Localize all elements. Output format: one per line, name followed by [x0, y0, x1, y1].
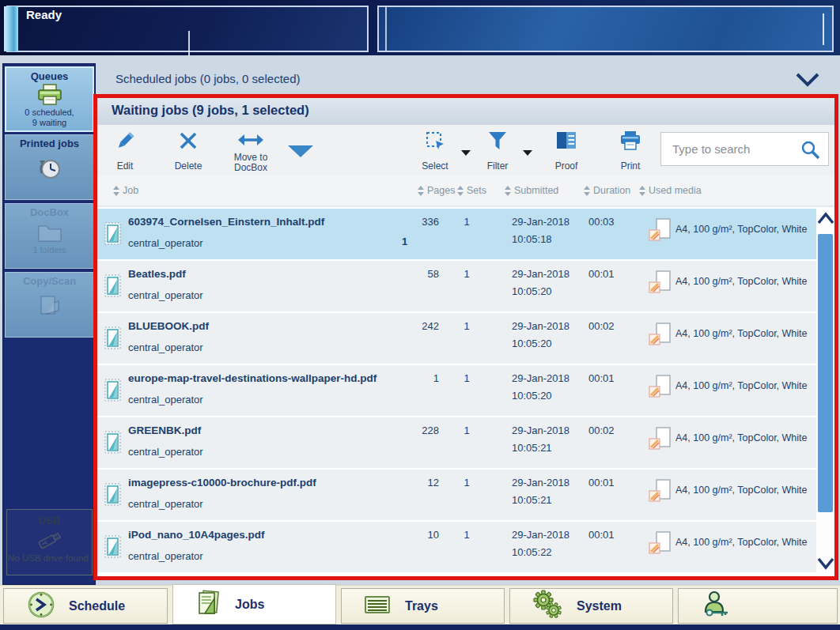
job-media: A4, 100 g/m², TopColor, White — [675, 432, 808, 443]
job-duration: 00:01 — [588, 372, 615, 384]
filter-button[interactable]: Filter — [467, 125, 528, 175]
trays-icon — [364, 594, 392, 619]
job-media: A4, 100 g/m², TopColor, White — [675, 328, 808, 339]
search-icon[interactable] — [800, 140, 820, 164]
job-duration: 00:02 — [588, 320, 615, 332]
queues-label: Queues — [6, 70, 93, 82]
column-header-pages[interactable]: Pages — [418, 185, 455, 196]
job-owner: central_operator — [128, 289, 203, 301]
job-sets: 1 — [457, 216, 476, 228]
job-sets: 1 — [457, 372, 476, 384]
job-row[interactable]: imagepress-c10000-brochure-pdf.pdf centr… — [97, 470, 816, 520]
job-pages: 1 — [388, 372, 439, 384]
sort-icon — [505, 186, 511, 196]
scroll-up-icon[interactable] — [817, 212, 834, 228]
sidebar-item-queues[interactable]: Queues 0 scheduled, 9 waiting — [5, 66, 94, 132]
column-header-used-media[interactable]: Used media — [639, 185, 702, 196]
waiting-jobs-header[interactable]: Waiting jobs (9 jobs, 1 selected) — [97, 98, 834, 125]
filter-dropdown-caret[interactable] — [523, 150, 532, 156]
job-row[interactable]: BLUEBOOK.pdf central_operator 242 1 29-J… — [97, 313, 816, 364]
job-document-icon — [104, 482, 123, 510]
pencil-icon — [114, 130, 136, 154]
job-row[interactable]: iPod_nano_10A4pages.pdf central_operator… — [97, 522, 816, 572]
job-submitted-date: 29-Jan-2018 — [512, 477, 569, 489]
tab-system-label: System — [577, 599, 622, 613]
job-submitted-time: 10:05:21 — [512, 494, 552, 506]
job-submitted-date: 29-Jan-2018 — [512, 216, 569, 228]
tab-schedule[interactable]: Schedule — [3, 588, 168, 624]
job-row[interactable]: Beatles.pdf central_operator 58 1 29-Jan… — [97, 261, 816, 311]
printed-jobs-label: Printed jobs — [6, 138, 93, 149]
job-row[interactable]: europe-map-travel-destinations-wallpaper… — [97, 365, 816, 416]
job-sets: 1 — [457, 477, 476, 489]
tab-login[interactable] — [678, 588, 838, 624]
delete-label: Delete — [158, 160, 218, 172]
edit-label: Edit — [95, 160, 155, 172]
status-panel-right — [377, 6, 834, 52]
job-submitted-date: 29-Jan-2018 — [512, 268, 569, 280]
job-submitted-time: 10:05:20 — [512, 338, 552, 349]
sort-icon — [457, 186, 464, 196]
tab-jobs[interactable]: Jobs — [172, 584, 336, 624]
job-submitted-date: 29-Jan-2018 — [512, 424, 569, 436]
job-sets: 1 — [457, 529, 476, 541]
proof-button[interactable]: Proof — [536, 125, 596, 175]
job-document-icon — [104, 430, 123, 458]
waiting-jobs-toolbar: Edit Delete — [97, 125, 834, 175]
delete-button[interactable]: Delete — [158, 125, 218, 175]
job-document-icon — [104, 378, 123, 406]
scheduled-jobs-title: Scheduled jobs (0 jobs, 0 selected) — [115, 72, 300, 85]
queues-count-line2: 9 waiting — [6, 118, 93, 128]
proof-document-icon — [555, 130, 577, 154]
select-button[interactable]: Select — [405, 125, 465, 175]
user-key-icon — [701, 590, 732, 623]
sidebar-item-docbox[interactable]: DocBox 1 folders — [5, 203, 94, 269]
usb-drive-icon — [7, 528, 92, 552]
job-document-icon — [104, 221, 123, 249]
job-media: A4, 100 g/m², TopColor, White — [675, 485, 808, 496]
job-media: A4, 100 g/m², TopColor, White — [675, 276, 808, 287]
job-row[interactable]: 603974_Cornelsen_Einstern_Inhalt.pdf cen… — [97, 209, 816, 259]
job-name: iPod_nano_10A4pages.pdf — [128, 529, 265, 541]
scheduled-jobs-header[interactable]: Scheduled jobs (0 jobs, 0 selected) — [96, 66, 840, 92]
chevron-down-icon[interactable] — [795, 73, 820, 90]
move-arrow-icon — [237, 134, 264, 149]
select-region-icon — [425, 130, 445, 154]
more-actions-expander[interactable] — [288, 145, 313, 157]
job-media: A4, 100 g/m², TopColor, White — [675, 380, 808, 391]
job-pages: 12 — [388, 477, 439, 489]
sidebar-item-printed-jobs[interactable]: Printed jobs — [5, 134, 94, 200]
job-pages: 242 — [388, 320, 439, 332]
move-to-docbox-button[interactable]: Move to DocBox — [221, 125, 281, 175]
scrollbar-thumb[interactable] — [818, 234, 833, 512]
filter-funnel-icon — [487, 130, 508, 154]
usb-label: USB — [7, 515, 92, 526]
search-box — [660, 132, 829, 166]
job-pages: 10 — [388, 529, 439, 541]
schedule-clock-icon — [26, 590, 56, 623]
job-owner: central_operator — [128, 394, 203, 406]
printer-icon — [6, 84, 93, 106]
job-pages: 228 — [388, 424, 439, 436]
column-header-submitted[interactable]: Submitted — [505, 185, 558, 196]
waiting-jobs-title: Waiting jobs (9 jobs, 1 selected) — [112, 103, 309, 118]
search-input[interactable] — [671, 134, 797, 164]
column-header-sets[interactable]: Sets — [457, 185, 486, 196]
job-submitted-time: 10:05:20 — [512, 390, 552, 402]
sidebar-item-usb[interactable]: USB No USB drive found. — [6, 509, 93, 575]
job-pages: 58 — [388, 268, 439, 280]
column-header-job[interactable]: Job — [113, 185, 138, 196]
column-header-duration[interactable]: Duration — [584, 185, 630, 196]
print-button[interactable]: Print — [600, 125, 660, 175]
sidebar-item-copy-scan[interactable]: Copy/Scan — [5, 272, 94, 338]
job-row[interactable]: GREENBK.pdf central_operator 228 1 29-Ja… — [97, 417, 816, 468]
job-name: Beatles.pdf — [128, 268, 186, 280]
tab-system[interactable]: System — [509, 588, 673, 624]
job-submitted-date: 29-Jan-2018 — [512, 529, 569, 541]
scroll-down-icon[interactable] — [817, 557, 834, 573]
edit-button[interactable]: Edit — [95, 125, 155, 175]
tab-trays[interactable]: Trays — [341, 588, 505, 624]
job-duration: 00:01 — [588, 477, 615, 489]
status-panel-right-divider — [385, 7, 387, 51]
media-icon — [647, 218, 672, 249]
